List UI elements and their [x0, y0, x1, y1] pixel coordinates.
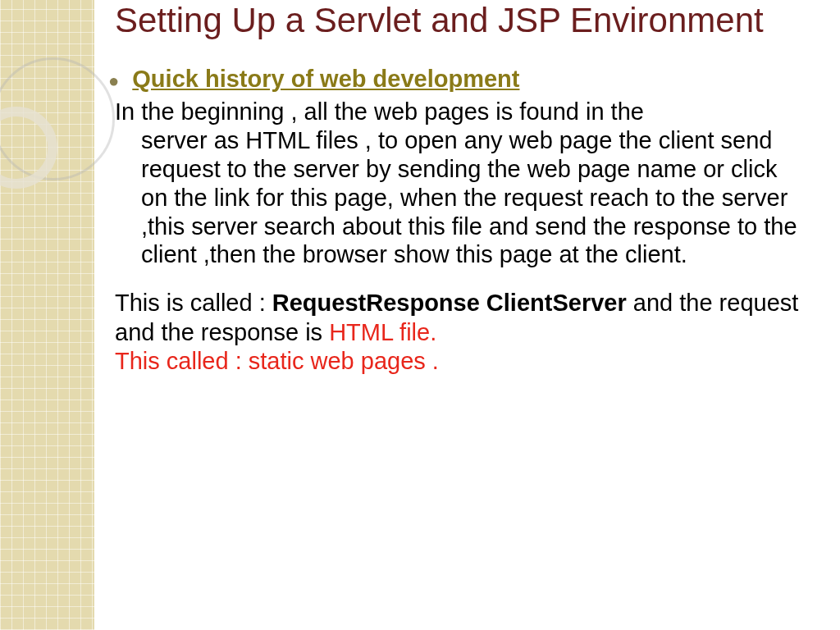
bullet-heading-row: ● Quick history of web development	[115, 66, 807, 93]
slide-title: Setting Up a Servlet and JSP Environment	[115, 0, 807, 41]
paragraph-2-prefix: This is called :	[115, 290, 272, 316]
paragraph-3: This called : static web pages .	[115, 347, 807, 376]
paragraph-1-first-line: In the beginning , all the web pages is …	[115, 98, 807, 126]
paragraph-2-mid-start: and	[627, 290, 673, 316]
paragraph-1-body: server as HTML files , to open any web p…	[115, 126, 807, 269]
paragraph-2: This is called : RequestResponse ClientS…	[115, 289, 807, 347]
paragraph-2-red: HTML file.	[329, 319, 436, 345]
paragraph-2-bold: RequestResponse ClientServer	[272, 290, 627, 316]
paragraph-1: In the beginning , all the web pages is …	[115, 98, 807, 269]
slide-content: Setting Up a Servlet and JSP Environment…	[115, 0, 807, 376]
section-heading: Quick history of web development	[132, 66, 519, 93]
bullet-icon: ●	[108, 71, 119, 92]
